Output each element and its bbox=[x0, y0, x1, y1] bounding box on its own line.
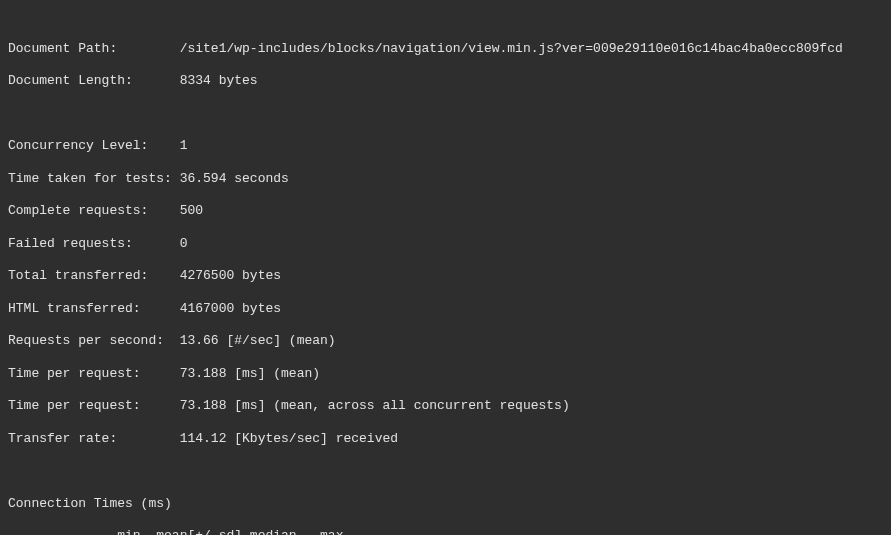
total-transferred-value: 4276500 bytes bbox=[180, 268, 281, 283]
html-transferred-line: HTML transferred: 4167000 bytes bbox=[8, 301, 883, 317]
time-taken-label: Time taken for tests: bbox=[8, 171, 172, 186]
time-per-request-1-label: Time per request: bbox=[8, 366, 141, 381]
failed-requests-line: Failed requests: 0 bbox=[8, 236, 883, 252]
requests-per-second-value: 13.66 [#/sec] (mean) bbox=[180, 333, 336, 348]
pad bbox=[164, 333, 180, 348]
total-transferred-label: Total transferred: bbox=[8, 268, 148, 283]
connection-times-columns: min mean[+/-sd] median max bbox=[8, 528, 883, 535]
time-per-request-1-line: Time per request: 73.188 [ms] (mean) bbox=[8, 366, 883, 382]
pad bbox=[117, 431, 179, 446]
document-path-label: Document Path: bbox=[8, 41, 117, 56]
concurrency-label: Concurrency Level: bbox=[8, 138, 148, 153]
transfer-rate-label: Transfer rate: bbox=[8, 431, 117, 446]
pad bbox=[148, 138, 179, 153]
document-path-line: Document Path: /site1/wp-includes/blocks… bbox=[8, 41, 883, 57]
pad bbox=[141, 366, 180, 381]
complete-requests-label: Complete requests: bbox=[8, 203, 148, 218]
document-path-value: /site1/wp-includes/blocks/navigation/vie… bbox=[180, 41, 843, 56]
pad bbox=[148, 203, 179, 218]
html-transferred-value: 4167000 bytes bbox=[180, 301, 281, 316]
time-per-request-2-label: Time per request: bbox=[8, 398, 141, 413]
time-per-request-1-value: 73.188 [ms] (mean) bbox=[180, 366, 320, 381]
pad bbox=[133, 73, 180, 88]
document-length-line: Document Length: 8334 bytes bbox=[8, 73, 883, 89]
document-length-label: Document Length: bbox=[8, 73, 133, 88]
blank-line bbox=[8, 463, 883, 479]
pad bbox=[141, 301, 180, 316]
complete-requests-value: 500 bbox=[180, 203, 203, 218]
document-length-value: 8334 bytes bbox=[180, 73, 258, 88]
time-per-request-2-line: Time per request: 73.188 [ms] (mean, acr… bbox=[8, 398, 883, 414]
time-taken-value: 36.594 seconds bbox=[180, 171, 289, 186]
transfer-rate-value: 114.12 [Kbytes/sec] received bbox=[180, 431, 398, 446]
complete-requests-line: Complete requests: 500 bbox=[8, 203, 883, 219]
total-transferred-line: Total transferred: 4276500 bytes bbox=[8, 268, 883, 284]
failed-requests-label: Failed requests: bbox=[8, 236, 133, 251]
pad bbox=[172, 171, 180, 186]
pad bbox=[141, 398, 180, 413]
concurrency-value: 1 bbox=[180, 138, 188, 153]
requests-per-second-label: Requests per second: bbox=[8, 333, 164, 348]
html-transferred-label: HTML transferred: bbox=[8, 301, 141, 316]
failed-requests-value: 0 bbox=[180, 236, 188, 251]
time-taken-line: Time taken for tests: 36.594 seconds bbox=[8, 171, 883, 187]
pad bbox=[148, 268, 179, 283]
blank-line bbox=[8, 106, 883, 122]
pad bbox=[133, 236, 180, 251]
connection-times-header: Connection Times (ms) bbox=[8, 496, 883, 512]
time-per-request-2-value: 73.188 [ms] (mean, across all concurrent… bbox=[180, 398, 570, 413]
requests-per-second-line: Requests per second: 13.66 [#/sec] (mean… bbox=[8, 333, 883, 349]
concurrency-line: Concurrency Level: 1 bbox=[8, 138, 883, 154]
pad bbox=[117, 41, 179, 56]
transfer-rate-line: Transfer rate: 114.12 [Kbytes/sec] recei… bbox=[8, 431, 883, 447]
